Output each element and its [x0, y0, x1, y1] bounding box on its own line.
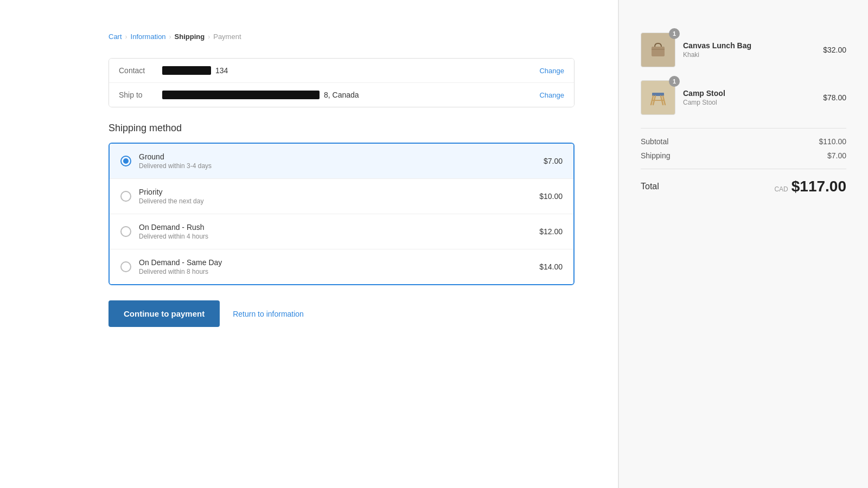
camp-stool-icon: [648, 87, 668, 108]
item-variant-canvas-lunch-bag: Khaki: [683, 51, 815, 59]
breadcrumb-cart[interactable]: Cart: [108, 33, 122, 41]
item-price-camp-stool: $78.00: [823, 93, 846, 102]
subtotal-value: $110.00: [819, 137, 846, 146]
total-right: CAD $117.00: [774, 178, 846, 195]
chevron-icon-3: ›: [208, 33, 210, 41]
return-to-information-link[interactable]: Return to information: [233, 310, 304, 318]
shipping-option-on-demand-rush[interactable]: On Demand - Rush Delivered within 4 hour…: [110, 214, 573, 249]
ship-to-change[interactable]: Change: [539, 91, 564, 99]
option-name-on-demand-rush: On Demand - Rush: [139, 223, 539, 232]
item-name-camp-stool: Camp Stool: [683, 89, 815, 98]
item-name-canvas-lunch-bag: Canvas Lunch Bag: [683, 41, 815, 50]
option-price-priority: $10.00: [539, 192, 563, 201]
actions: Continue to payment Return to informatio…: [108, 300, 575, 327]
info-box: Contact 134 Change Ship to 8, Canada Cha…: [108, 58, 575, 107]
item-thumb-wrap-camp-stool: 1: [641, 80, 675, 115]
shipping-value: $7.00: [827, 151, 846, 160]
contact-redacted: [162, 66, 211, 75]
ship-to-redacted: [162, 91, 320, 99]
item-badge-camp-stool: 1: [669, 76, 680, 87]
shipping-option-ground[interactable]: Ground Delivered within 3-4 days $7.00: [110, 144, 573, 178]
contact-suffix: 134: [215, 66, 228, 75]
shipping-label: Shipping: [641, 151, 671, 160]
item-thumb-wrap-canvas-lunch-bag: 1: [641, 33, 675, 67]
item-price-canvas-lunch-bag: $32.00: [823, 46, 846, 54]
option-price-on-demand-rush: $12.00: [539, 227, 563, 236]
order-item-canvas-lunch-bag: 1 Canvas Lunch Bag Khaki $32.00: [641, 33, 846, 67]
order-item-camp-stool: 1 Camp Stool Camp Stool $78.00: [641, 80, 846, 115]
svg-rect-2: [652, 93, 664, 96]
chevron-icon-1: ›: [125, 33, 127, 41]
ship-to-label: Ship to: [119, 91, 162, 99]
shipping-options: Ground Delivered within 3-4 days $7.00 P…: [108, 143, 575, 285]
contact-change[interactable]: Change: [539, 67, 564, 75]
continue-to-payment-button[interactable]: Continue to payment: [108, 300, 220, 327]
total-value: $117.00: [792, 178, 846, 195]
item-info-camp-stool: Camp Stool Camp Stool: [683, 89, 815, 106]
item-thumb-camp-stool: [641, 80, 675, 115]
option-price-on-demand-same-day: $14.00: [539, 262, 563, 271]
ship-to-suffix: 8, Canada: [324, 91, 359, 99]
total-row: Total CAD $117.00: [641, 178, 846, 195]
radio-on-demand-same-day[interactable]: [120, 261, 131, 272]
currency-label: CAD: [774, 185, 788, 193]
option-desc-priority: Delivered the next day: [139, 197, 539, 205]
item-thumb-canvas-lunch-bag: [641, 33, 675, 67]
chevron-icon-2: ›: [169, 33, 171, 41]
shipping-option-priority[interactable]: Priority Delivered the next day $10.00: [110, 178, 573, 214]
option-name-ground: Ground: [139, 152, 544, 161]
breadcrumb: Cart › Information › Shipping › Payment: [108, 33, 575, 41]
shipping-row: Shipping $7.00: [641, 151, 846, 160]
radio-inner-ground: [123, 158, 129, 164]
ship-to-value: 8, Canada: [162, 91, 539, 99]
breadcrumb-payment: Payment: [213, 33, 241, 41]
shipping-option-on-demand-same-day[interactable]: On Demand - Same Day Delivered within 8 …: [110, 249, 573, 284]
option-desc-on-demand-rush: Delivered within 4 hours: [139, 233, 539, 240]
option-desc-ground: Delivered within 3-4 days: [139, 162, 544, 170]
contact-label: Contact: [119, 66, 162, 75]
canvas-lunch-bag-icon: [648, 40, 668, 60]
right-panel: 1 Canvas Lunch Bag Khaki $32.00: [618, 0, 868, 488]
subtotal-row: Subtotal $110.00: [641, 137, 846, 146]
radio-on-demand-rush[interactable]: [120, 226, 131, 237]
radio-priority[interactable]: [120, 191, 131, 202]
item-badge-canvas-lunch-bag: 1: [669, 28, 680, 39]
contact-value: 134: [162, 66, 539, 75]
option-name-on-demand-same-day: On Demand - Same Day: [139, 258, 539, 267]
svg-rect-0: [652, 47, 665, 56]
ship-to-row: Ship to 8, Canada Change: [109, 82, 574, 107]
item-info-canvas-lunch-bag: Canvas Lunch Bag Khaki: [683, 41, 815, 59]
item-variant-camp-stool: Camp Stool: [683, 99, 815, 106]
divider-2: [641, 169, 846, 169]
subtotal-label: Subtotal: [641, 137, 668, 146]
option-price-ground: $7.00: [544, 157, 563, 165]
breadcrumb-shipping: Shipping: [175, 33, 205, 41]
breadcrumb-information[interactable]: Information: [131, 33, 166, 41]
contact-row: Contact 134 Change: [109, 59, 574, 82]
shipping-method-title: Shipping method: [108, 123, 575, 134]
option-desc-on-demand-same-day: Delivered within 8 hours: [139, 268, 539, 275]
total-label: Total: [641, 182, 659, 191]
divider-1: [641, 128, 846, 129]
radio-ground[interactable]: [120, 156, 131, 166]
left-panel: Cart › Information › Shipping › Payment …: [0, 0, 618, 488]
option-name-priority: Priority: [139, 188, 539, 196]
